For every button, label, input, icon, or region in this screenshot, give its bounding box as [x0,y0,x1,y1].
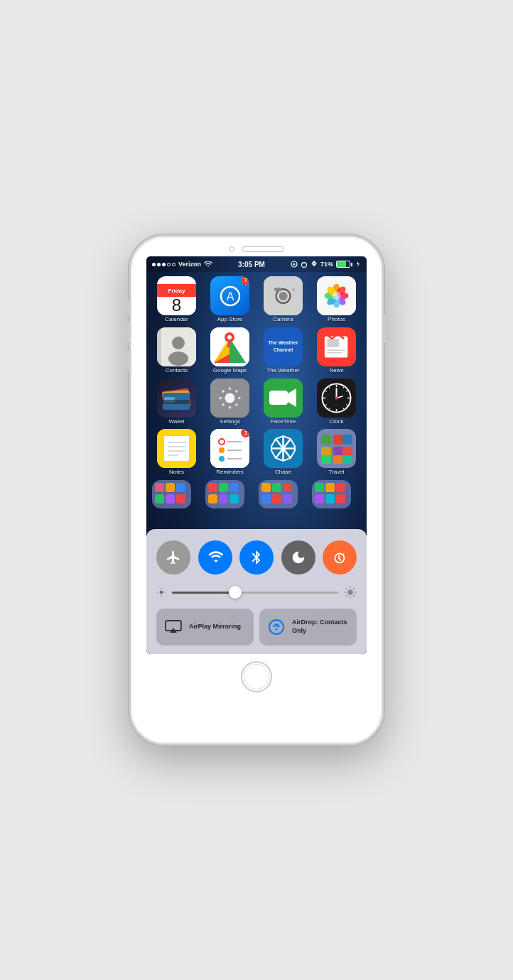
app-calendar[interactable]: Friday 8 Calendar [152,276,201,323]
app-clock[interactable]: Clock [312,379,361,425]
appstore-badge: 7 [241,276,249,285]
airplane-mode-button[interactable] [156,540,190,575]
notes-icon[interactable] [157,429,196,468]
phone-frame: Verizon 3:05 PM [129,234,384,746]
partial-food-folder[interactable] [205,480,244,508]
app-photos[interactable]: Photos [312,276,361,323]
app-travel[interactable]: Travel [312,429,361,476]
app-chase[interactable]: Chase [259,429,308,476]
svg-rect-105 [219,483,228,492]
volume-down-button[interactable] [127,350,130,371]
food-folder-svg [205,480,244,508]
partial-social-folder[interactable] [152,480,191,508]
svg-rect-111 [261,483,271,492]
camera-icon[interactable] [264,276,303,315]
calendar-icon[interactable]: Friday 8 [157,276,196,315]
chase-icon[interactable] [264,429,303,468]
partial-nyc-folder[interactable] [312,480,351,508]
svg-line-33 [228,342,230,347]
app-news[interactable]: News [312,327,361,374]
appstore-icon[interactable]: 7 A [210,276,249,315]
svg-rect-99 [176,483,185,492]
wifi-toggle-button[interactable] [198,540,232,575]
battery-indicator [336,261,352,268]
home-button[interactable] [241,661,272,692]
weather-icon[interactable]: The Weather Channel [264,327,303,366]
app-weather[interactable]: The Weather Channel The Weather [259,327,308,374]
status-left: Verizon [152,261,212,268]
status-right: 71% [291,261,361,268]
settings-icon[interactable] [210,379,249,418]
signal-dot-1 [152,263,156,266]
app-reminders[interactable]: 1 Reminders [205,429,254,476]
brightness-low-icon [156,587,166,597]
contacts-icon[interactable] [157,327,196,366]
bluetooth-toggle-button[interactable] [239,540,274,575]
wifi-icon [204,261,212,268]
app-notes[interactable]: Notes [152,429,201,476]
signal-dot-4 [167,263,171,266]
svg-rect-108 [219,494,228,503]
svg-rect-118 [315,483,324,492]
control-center: AirPlay Mirroring A [146,529,367,654]
svg-point-10 [292,288,295,291]
camera-svg [264,276,303,315]
svg-rect-100 [155,494,164,503]
weather-text1: The Weather [269,340,298,346]
brightness-control[interactable] [156,586,357,599]
app-googlemaps[interactable]: Google Maps [205,327,254,374]
airplay-button[interactable]: AirPlay Mirroring [156,609,254,646]
app-wallet[interactable]: Wallet [152,379,201,425]
wallet-label: Wallet [169,419,185,425]
cc-toggle-buttons [156,540,357,575]
app-camera[interactable]: Camera [259,276,308,323]
do-not-disturb-button[interactable] [281,540,315,575]
airplay-icon [163,617,183,637]
signal-dot-2 [157,263,161,266]
svg-rect-44 [163,400,190,404]
photos-svg [317,276,356,315]
svg-point-46 [225,393,235,403]
camera-label: Camera [273,317,293,323]
svg-rect-113 [283,483,292,492]
time-display: 3:05 PM [238,261,265,268]
googlemaps-icon[interactable] [210,327,249,366]
svg-point-32 [227,335,232,339]
rotation-lock-button[interactable] [323,540,357,575]
photos-label: Photos [328,317,345,323]
svg-point-20 [333,292,341,300]
svg-rect-119 [325,483,335,492]
airdrop-button[interactable]: AirDrop: Contacts Only [259,609,357,646]
app-appstore[interactable]: 7 A App Store [205,276,254,323]
app-grid: Friday 8 Calendar 7 A App Store [146,272,367,480]
svg-point-76 [219,447,225,453]
googlemaps-svg [210,327,249,366]
partial-music-folder[interactable] [259,480,298,508]
photos-icon[interactable] [317,276,356,315]
weather-label: The Weather [266,368,299,374]
facetime-icon[interactable] [264,379,303,418]
travel-svg [317,429,356,468]
brightness-slider[interactable] [172,592,338,594]
app-contacts[interactable]: Contacts [152,327,201,374]
svg-point-66 [335,396,338,399]
reminders-icon[interactable]: 1 [210,429,249,468]
airplane-icon [166,550,181,565]
svg-rect-123 [336,494,345,503]
svg-rect-87 [321,435,331,445]
svg-line-137 [346,595,347,597]
app-settings[interactable]: Settings [205,379,254,425]
travel-icon[interactable] [317,429,356,468]
volume-up-button[interactable] [127,322,130,343]
silent-switch[interactable] [127,300,130,316]
location-icon [291,261,298,268]
svg-point-1 [293,263,295,266]
wallet-icon[interactable] [157,379,196,418]
app-facetime[interactable]: FaceTime [259,379,308,425]
svg-rect-107 [208,494,217,503]
speaker [242,246,284,252]
facetime-label: FaceTime [271,419,296,425]
clock-icon[interactable] [317,379,356,418]
news-icon[interactable] [317,327,356,366]
settings-label: Settings [220,419,240,425]
